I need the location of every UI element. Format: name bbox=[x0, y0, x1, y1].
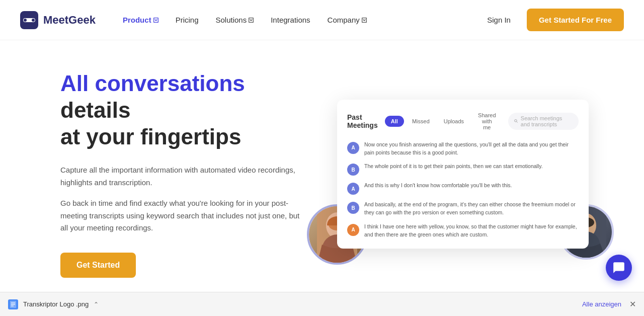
hero-desc2: Go back in time and find exactly what yo… bbox=[60, 197, 302, 234]
nav-item-integrations[interactable]: Integrations bbox=[264, 12, 317, 28]
mockup-card: Past Meetings All Missed Uploads Shared … bbox=[337, 100, 589, 249]
transcript-item: A Now once you finish answering all the … bbox=[347, 141, 579, 157]
svg-point-2 bbox=[24, 19, 27, 22]
nav-item-company[interactable]: Company bbox=[320, 12, 374, 28]
transcript-item: B The whole point of it is to get their … bbox=[347, 163, 579, 176]
product-arrow-icon bbox=[153, 18, 158, 23]
speaker-avatar: A bbox=[347, 142, 359, 154]
file-icon bbox=[8, 299, 18, 308]
bottom-bar-right: Alle anzeigen ✕ bbox=[582, 299, 636, 308]
hero-left: All conversations detailsat your fingert… bbox=[60, 70, 302, 278]
search-placeholder-text: Search meetings and transcripts bbox=[521, 115, 573, 127]
logo-link[interactable]: MeetGeek bbox=[20, 11, 96, 29]
speaker-avatar: A bbox=[347, 224, 359, 236]
logo-icon bbox=[20, 11, 38, 29]
company-arrow-icon bbox=[362, 18, 367, 23]
transcript-item: A I think I have one here with yellow, y… bbox=[347, 223, 579, 239]
hero-right: Past Meetings All Missed Uploads Shared … bbox=[322, 73, 604, 275]
mockup-title: Past Meetings bbox=[347, 113, 385, 129]
navbar: MeetGeek Product Pricing Solutions Integ… bbox=[0, 0, 644, 40]
tab-all[interactable]: All bbox=[385, 116, 404, 127]
chat-icon bbox=[612, 261, 625, 274]
tab-missed[interactable]: Missed bbox=[406, 116, 436, 127]
tab-shared[interactable]: Shared with me bbox=[472, 110, 502, 133]
file-name: Transkriptor Logo .png bbox=[23, 300, 89, 308]
bottom-chevron-icon[interactable]: ⌃ bbox=[94, 301, 99, 308]
transcript-text: And this is why I don't know how comfort… bbox=[364, 182, 512, 190]
tab-uploads[interactable]: Uploads bbox=[438, 116, 470, 127]
speaker-avatar: A bbox=[347, 183, 359, 195]
hero-cta-button[interactable]: Get Started bbox=[60, 253, 136, 278]
hero-section: All conversations detailsat your fingert… bbox=[0, 40, 644, 308]
sign-in-button[interactable]: Sign In bbox=[479, 12, 519, 28]
transcript-list: A Now once you finish answering all the … bbox=[347, 141, 579, 239]
svg-point-3 bbox=[32, 19, 35, 22]
mockup-header: Past Meetings All Missed Uploads Shared … bbox=[347, 110, 579, 133]
navbar-left: MeetGeek Product Pricing Solutions Integ… bbox=[20, 11, 374, 29]
nav-item-pricing[interactable]: Pricing bbox=[169, 12, 206, 28]
svg-line-12 bbox=[517, 122, 518, 123]
transcript-text: And basically, at the end of the program… bbox=[364, 201, 579, 217]
chat-bubble-button[interactable] bbox=[606, 255, 632, 281]
search-icon bbox=[514, 118, 518, 124]
speaker-avatar: B bbox=[347, 164, 359, 176]
speaker-avatar: B bbox=[347, 202, 359, 214]
hero-desc1: Capture all the important information wi… bbox=[60, 164, 302, 189]
transcript-text: Now once you finish answering all the qu… bbox=[364, 141, 579, 157]
hero-title: All conversations detailsat your fingert… bbox=[60, 70, 302, 150]
transcript-text: I think I have one here with yellow, you… bbox=[364, 223, 579, 239]
bottom-bar: Transkriptor Logo .png ⌃ Alle anzeigen ✕ bbox=[0, 292, 644, 308]
nav-item-product[interactable]: Product bbox=[116, 12, 166, 28]
transcript-item: A And this is why I don't know how comfo… bbox=[347, 182, 579, 195]
mockup-search-bar[interactable]: Search meetings and transcripts bbox=[508, 113, 579, 130]
solutions-arrow-icon bbox=[249, 18, 254, 23]
bottom-bar-left: Transkriptor Logo .png ⌃ bbox=[8, 299, 99, 308]
nav-links: Product Pricing Solutions Integrations C… bbox=[116, 12, 374, 28]
nav-item-solutions[interactable]: Solutions bbox=[208, 12, 261, 28]
transcript-text: The whole point of it is to get their pa… bbox=[364, 163, 543, 171]
nav-cta-button[interactable]: Get Started For Free bbox=[527, 9, 624, 31]
navbar-right: Sign In Get Started For Free bbox=[479, 9, 624, 31]
bottom-bar-close-button[interactable]: ✕ bbox=[629, 299, 636, 308]
mockup-tabs: All Missed Uploads Shared with me bbox=[385, 110, 502, 133]
transcript-item: B And basically, at the end of the progr… bbox=[347, 201, 579, 217]
alle-anzeigen-link[interactable]: Alle anzeigen bbox=[582, 300, 621, 308]
brand-name: MeetGeek bbox=[43, 14, 96, 27]
svg-point-11 bbox=[514, 120, 517, 122]
